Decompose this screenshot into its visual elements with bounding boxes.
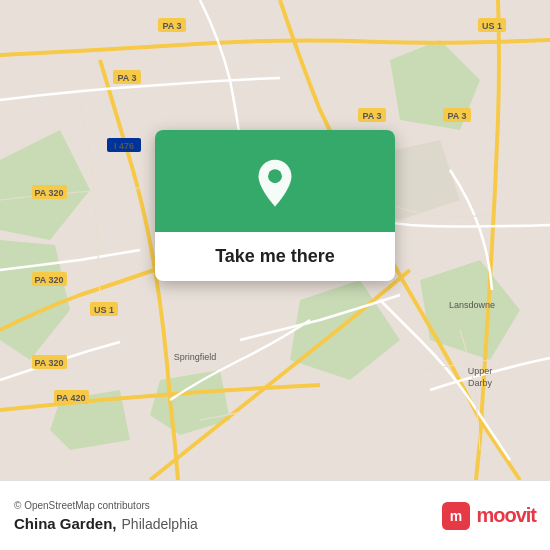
svg-text:Springfield: Springfield — [174, 352, 217, 362]
svg-point-36 — [268, 169, 282, 183]
popup-header — [155, 130, 395, 232]
take-me-there-button[interactable]: Take me there — [155, 232, 395, 281]
svg-text:Upper: Upper — [468, 366, 493, 376]
bottom-info-bar: © OpenStreetMap contributors China Garde… — [0, 480, 550, 550]
svg-text:PA 420: PA 420 — [56, 393, 85, 403]
osm-attribution: © OpenStreetMap contributors — [14, 500, 432, 511]
svg-text:US 1: US 1 — [94, 305, 114, 315]
location-pin-icon — [249, 158, 301, 210]
svg-text:Darby: Darby — [468, 378, 493, 388]
svg-text:US 1: US 1 — [482, 21, 502, 31]
svg-text:PA 320: PA 320 — [34, 358, 63, 368]
svg-text:Lansdowne: Lansdowne — [449, 300, 495, 310]
svg-text:PA 3: PA 3 — [117, 73, 136, 83]
place-name: China Garden, — [14, 515, 117, 532]
place-city: Philadelphia — [122, 516, 198, 532]
moovit-label: moovit — [476, 504, 536, 527]
svg-text:PA 3: PA 3 — [447, 111, 466, 121]
svg-text:I 476: I 476 — [114, 141, 134, 151]
map-area[interactable]: PA 3 PA 3 PA 3 PA 3 US 1 I 476 PA 320 PA… — [0, 0, 550, 480]
location-popup[interactable]: Take me there — [155, 130, 395, 281]
svg-text:PA 3: PA 3 — [162, 21, 181, 31]
svg-text:m: m — [450, 508, 462, 524]
moovit-branding: m moovit — [442, 502, 536, 530]
moovit-logo-icon: m — [442, 502, 470, 530]
svg-text:PA 320: PA 320 — [34, 275, 63, 285]
svg-text:PA 320: PA 320 — [34, 188, 63, 198]
svg-text:PA 3: PA 3 — [362, 111, 381, 121]
